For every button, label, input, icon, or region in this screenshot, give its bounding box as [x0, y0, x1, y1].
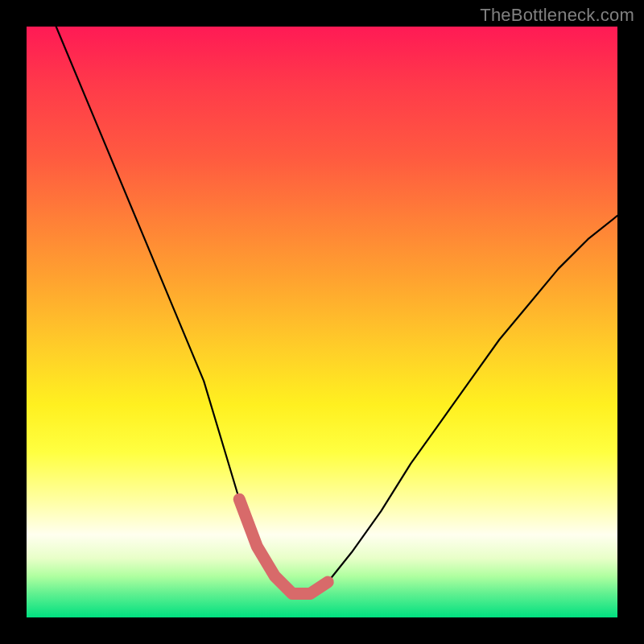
- highlight-band: [239, 499, 328, 593]
- chart-frame: TheBottleneck.com: [0, 0, 644, 644]
- watermark-text: TheBottleneck.com: [480, 5, 634, 26]
- chart-plot-area: [27, 27, 617, 617]
- chart-svg: [27, 27, 617, 617]
- bottleneck-curve: [56, 27, 617, 594]
